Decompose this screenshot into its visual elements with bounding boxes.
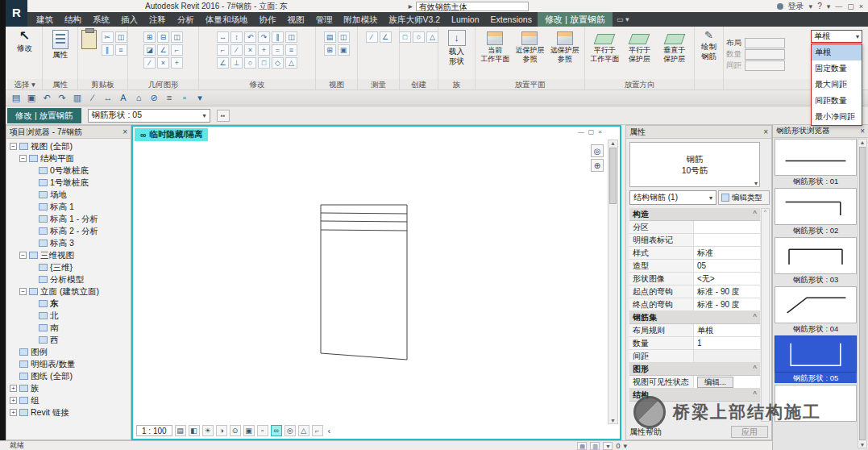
ribbon-tab[interactable]: Lumion (446, 12, 484, 27)
modify-tool-icon[interactable]: □ (258, 57, 270, 69)
tree-item[interactable]: 标高 1 (6, 201, 131, 213)
geometry-tool-icon[interactable]: ⊟ (157, 31, 169, 43)
property-group-header[interactable]: 图形^ (629, 363, 760, 376)
properties-scrollbar[interactable]: ^ (761, 208, 770, 422)
property-value[interactable]: 编辑... (694, 376, 760, 388)
edit-button[interactable]: 编辑... (697, 377, 733, 388)
filter-icon[interactable]: ▼ (603, 442, 613, 450)
modify-tool-icon[interactable]: ≡ (285, 44, 297, 56)
open-icon[interactable]: ▤ (10, 92, 23, 105)
worksets-icon[interactable]: ▤ (577, 442, 587, 450)
layout-option[interactable]: 单根 (812, 44, 862, 60)
ribbon-tab[interactable]: 注释 (143, 12, 172, 27)
tree-item[interactable]: 图纸 (全部) (6, 370, 131, 382)
panel-label-modify[interactable]: 修改 (199, 79, 315, 90)
close-icon[interactable]: × (859, 2, 863, 10)
measure-tool-icon[interactable]: ∕ (366, 31, 378, 43)
modify-tool-icon[interactable]: + (258, 44, 270, 56)
create-tool-icon[interactable]: ○ (413, 31, 425, 43)
rendering-icon[interactable]: ⊙ (230, 425, 241, 436)
property-value[interactable] (694, 234, 760, 246)
tree-item[interactable]: −结构平面 (6, 152, 131, 165)
property-value[interactable] (694, 350, 760, 362)
shape-item[interactable]: 钢筋形状 : 01 (775, 139, 857, 186)
property-value[interactable]: 标准 - 90 度 (694, 298, 760, 310)
modify-tool-icon[interactable]: ∥ (272, 31, 284, 43)
sign-in-button[interactable]: 登录 (788, 1, 804, 12)
chevron-down-icon[interactable]: ▾ (623, 442, 627, 450)
type-selector-combobox[interactable]: 结构钢筋 (1) ▾ (629, 190, 716, 205)
panel-label-geometry[interactable]: 几何图形 (128, 79, 198, 90)
layout-field[interactable] (745, 38, 785, 48)
property-value[interactable]: 标准 (694, 247, 760, 259)
contextual-tab[interactable]: 修改 | 放置钢筋 (538, 12, 613, 27)
minimize-icon[interactable]: — (835, 2, 842, 10)
default-3d-view-icon[interactable]: ⌂ (132, 92, 145, 105)
property-value[interactable]: <无> (694, 273, 760, 285)
tree-item[interactable]: 标高 3 (6, 237, 131, 249)
visual-style-icon[interactable]: ◧ (189, 425, 200, 436)
layout-combobox[interactable]: 单根 ▾ (811, 30, 862, 43)
geometry-tool-icon[interactable]: ⊞ (143, 31, 156, 43)
close-inactive-windows-icon[interactable]: ▫ (178, 92, 191, 105)
modify-tool-icon[interactable]: ↶ (244, 31, 256, 43)
panel-label-family[interactable]: 族 (438, 79, 475, 90)
restore-icon[interactable]: ▢ (847, 2, 854, 10)
section-icon[interactable]: ⊘ (147, 92, 160, 105)
tree-item[interactable]: 分析模型 (6, 273, 131, 285)
view-tool-icon[interactable]: ▣ (338, 44, 350, 56)
panel-label-placement-orientation[interactable]: 放置方向 (585, 79, 694, 90)
search-toggle-icon[interactable]: ▸ (409, 2, 413, 10)
measure-icon[interactable]: ∕ (86, 92, 99, 105)
modify-tool-icon[interactable]: ↔ (217, 31, 229, 43)
property-group-header[interactable]: 构造^ (629, 208, 760, 221)
tree-item[interactable]: 标高 2 - 分析 (6, 225, 131, 237)
modify-tool-icon[interactable]: ○ (244, 57, 256, 69)
ribbon-tab[interactable]: 建筑 (31, 12, 59, 27)
property-value[interactable]: 标准 - 90 度 (694, 285, 760, 298)
save-icon[interactable]: ▣ (25, 92, 38, 105)
modify-tool-icon[interactable]: ⌐ (217, 44, 229, 56)
panel-label-measure[interactable]: 测量 (358, 79, 399, 90)
tree-item[interactable]: 场地 (6, 189, 131, 201)
scale-indicator[interactable]: 1 : 100 (136, 425, 172, 436)
ribbon-tab[interactable]: 族库大师V3.2 (384, 12, 446, 27)
create-tool-icon[interactable]: △ (426, 31, 438, 43)
modify-tool-icon[interactable]: △ (285, 57, 297, 69)
near-cover-reference-button[interactable]: 近保护层参照 (513, 29, 546, 63)
current-work-plane-button[interactable]: 当前工作平面 (478, 29, 512, 63)
panel-label-view[interactable]: 视图 (316, 79, 357, 90)
undo-icon[interactable]: ↶ (40, 92, 53, 105)
properties-button[interactable]: 属性 (50, 29, 71, 60)
shape-item[interactable]: 钢筋形状 : 04 (775, 286, 857, 334)
edit-type-button[interactable]: 编辑类型 (718, 190, 770, 205)
ribbon-tab[interactable]: 插入 (115, 12, 143, 27)
tree-item[interactable]: +Revit 链接 (6, 406, 131, 419)
tree-item[interactable]: 标高 1 - 分析 (6, 213, 131, 225)
thin-lines-icon[interactable]: ≡ (163, 92, 176, 105)
shape-item[interactable]: 钢筋形状 : 02 (775, 188, 857, 235)
app-menu-button[interactable]: R (6, 0, 27, 27)
modify-tool-icon[interactable]: ∕ (230, 44, 243, 56)
ribbon-tab[interactable]: 附加模块 (338, 12, 384, 27)
close-icon[interactable]: × (860, 127, 865, 135)
collapse-icon[interactable]: ^ (753, 311, 757, 323)
crop-view-icon[interactable]: ▣ (243, 425, 255, 436)
design-options-icon[interactable]: ▥ (590, 442, 600, 450)
scroll-down-icon[interactable]: ▼ (610, 418, 616, 423)
detail-level-icon[interactable]: ▤ (175, 425, 186, 436)
tree-item[interactable]: 0号墩桩底 (6, 165, 131, 177)
user-interface-icon[interactable]: ▾ (193, 92, 206, 105)
ribbon-tab[interactable]: 协作 (254, 12, 282, 27)
property-group-header[interactable]: 钢筋集^ (629, 311, 760, 324)
modify-tool-icon[interactable]: ↷ (258, 31, 270, 43)
panel-label-clipboard[interactable]: 剪贴板 (78, 79, 127, 90)
geometry-tool-icon[interactable]: × (157, 57, 169, 69)
ribbon-tab[interactable]: Extensions (485, 12, 538, 27)
chevron-down-icon[interactable]: ▾ (827, 2, 831, 10)
sketch-rebar-button[interactable]: ✎ 绘制 钢筋 (699, 29, 719, 61)
paste-button[interactable] (79, 29, 99, 50)
close-icon[interactable]: × (123, 127, 127, 136)
temporary-hide-isolate-banner[interactable]: ∞ 临时隐藏/隔离 (135, 128, 208, 141)
tree-item[interactable]: 1号墩桩底 (6, 177, 131, 189)
